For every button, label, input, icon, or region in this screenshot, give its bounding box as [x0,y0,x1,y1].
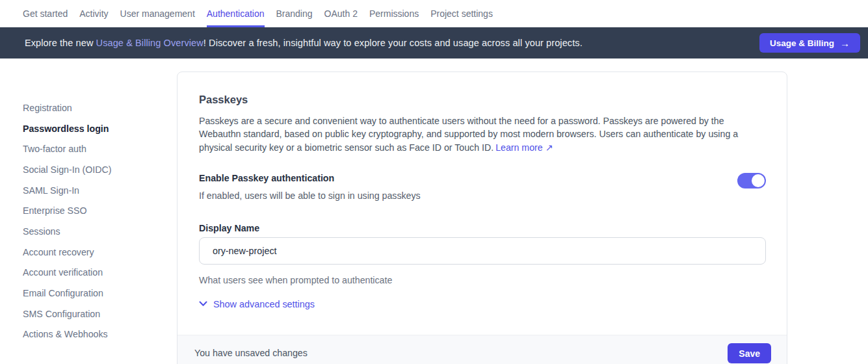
usage-billing-overview-link[interactable]: Usage & Billing Overview [96,38,204,48]
tab-user-management[interactable]: User management [120,0,195,27]
usage-billing-button[interactable]: Usage & Billing → [759,33,860,53]
tab-activity[interactable]: Activity [79,0,108,27]
external-link-icon: ↗ [546,142,553,153]
sidebar-item-saml-sign-in[interactable]: SAML Sign-In [23,180,111,201]
usage-billing-button-label: Usage & Billing [770,38,834,48]
sidebar-item-email-configuration[interactable]: Email Configuration [23,283,111,304]
display-name-field: Display Name What users see when prompte… [199,223,766,287]
toggle-knob [752,174,765,187]
sidebar-item-account-recovery[interactable]: Account recovery [23,242,111,263]
settings-sidebar: Registration Passwordless login Two-fact… [23,98,111,344]
sidebar-item-passwordless-login[interactable]: Passwordless login [23,118,111,139]
enable-passkey-text: Enable Passkey authentication If enabled… [199,172,421,202]
sidebar-item-registration[interactable]: Registration [23,98,111,118]
sidebar-item-sessions[interactable]: Sessions [23,221,111,242]
sidebar-item-social-sign-in[interactable]: Social Sign-In (OIDC) [23,159,111,180]
sidebar-item-account-verification[interactable]: Account verification [23,263,111,283]
sidebar-item-enterprise-sso[interactable]: Enterprise SSO [23,200,111,221]
description-text: Passkeys are a secure and convenient way… [199,116,738,153]
arrow-right-icon: → [840,38,850,49]
tab-oauth2[interactable]: OAuth 2 [324,0,358,27]
unsaved-changes-status: You have unsaved changes [194,343,308,363]
top-nav: Get started Activity User management Aut… [0,0,868,27]
learn-more-link[interactable]: Learn more ↗ [495,142,553,153]
display-name-label: Display Name [199,223,766,234]
tab-get-started[interactable]: Get started [23,0,68,27]
show-advanced-settings-label: Show advanced settings [213,298,315,311]
enable-passkey-label: Enable Passkey authentication [199,172,421,185]
learn-more-label: Learn more [495,142,543,153]
banner-text-after: ! Discover a fresh, insightful way to ex… [204,38,583,48]
sidebar-item-sms-configuration[interactable]: SMS Configuration [23,304,111,324]
page-title: Passkeys [199,94,766,106]
display-name-input[interactable] [199,237,766,265]
passkeys-description: Passkeys are a secure and convenient way… [199,114,766,154]
tab-authentication[interactable]: Authentication [207,0,265,27]
banner-message: Explore the new Usage & Billing Overview… [25,38,759,48]
banner-text-before: Explore the new [25,38,96,48]
card-body: Passkeys Passkeys are a secure and conve… [178,72,787,311]
sidebar-item-actions-webhooks[interactable]: Actions & Webhooks [23,324,111,345]
tab-permissions[interactable]: Permissions [369,0,419,27]
save-button[interactable]: Save [728,343,771,363]
enable-passkey-row: Enable Passkey authentication If enabled… [199,172,766,202]
display-name-helper: What users see when prompted to authenti… [199,274,766,287]
sidebar-item-two-factor-auth[interactable]: Two-factor auth [23,138,111,159]
enable-passkey-description: If enabled, users will be able to sign i… [199,189,421,202]
tab-project-settings[interactable]: Project settings [430,0,493,27]
card-footer: You have unsaved changes Save [178,335,787,364]
tab-branding[interactable]: Branding [276,0,313,27]
passkeys-settings-card: Passkeys Passkeys are a secure and conve… [177,72,787,364]
show-advanced-settings-link[interactable]: Show advanced settings [199,298,315,311]
enable-passkey-toggle[interactable] [737,173,766,188]
usage-billing-banner: Explore the new Usage & Billing Overview… [0,27,868,58]
chevron-down-icon [199,301,207,307]
